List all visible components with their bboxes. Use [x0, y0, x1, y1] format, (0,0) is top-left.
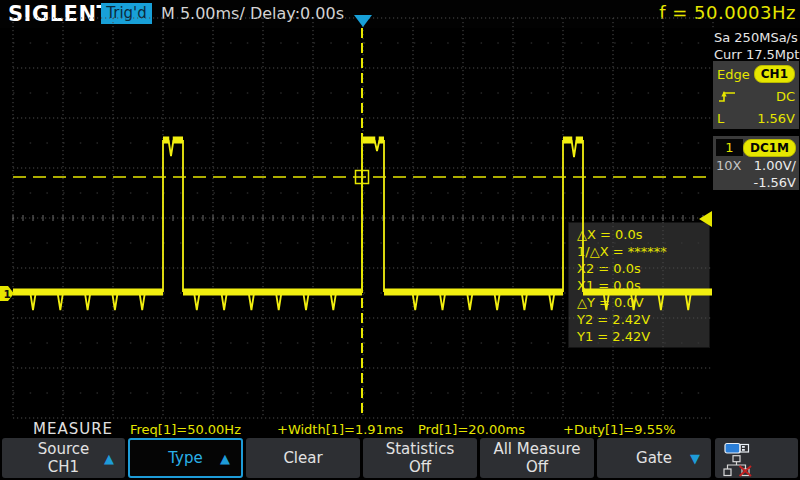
frequency-counter-readout: f = 50.0003Hz [659, 2, 796, 23]
probe-attenuation-label: 10X [716, 158, 741, 173]
channel-1-position-marker[interactable] [0, 286, 14, 301]
channel-info-panel[interactable]: 1 DC1M 10X 1.00V/ -1.56V [713, 136, 799, 190]
timebase-readout: M 5.00ms/ Delay:0.00s [161, 4, 344, 23]
memory-depth-readout: Curr 17.5Mpts [714, 47, 800, 62]
grid-lines [13, 18, 713, 418]
channel-number-badge: 1 [716, 139, 743, 156]
measure-bar: MEASURE Freq[1]=50.00Hz+Width[1]=1.91msP… [0, 420, 800, 437]
menu-button-label: StatisticsOff [386, 440, 455, 476]
trigger-info-panel[interactable]: Edge CH1 DC L 1.56V [713, 61, 799, 129]
cursor-intersection-marker[interactable] [356, 171, 369, 184]
menu-button-gate[interactable]: Gate▼ [597, 438, 711, 478]
lan-disconnected-icon [722, 455, 752, 477]
menu-button-label: Gate [636, 449, 672, 467]
menu-button-label: Clear [283, 449, 322, 467]
cursor-readout-line: Y2 = 2.42V [577, 311, 709, 328]
up-arrow-icon: ▲ [104, 451, 114, 466]
measurement-readout: Freq[1]=50.00Hz [130, 422, 241, 437]
menu-button-statistics[interactable]: StatisticsOff [363, 438, 477, 478]
measurement-readout: Prd[1]=20.00ms [418, 422, 525, 437]
rising-edge-icon [717, 89, 737, 104]
trigger-level-value: 1.56V [757, 111, 795, 126]
usb-icon [724, 441, 750, 456]
trigger-type-label: Edge [717, 67, 750, 82]
cursor-readout-line: X2 = 0.0s [577, 260, 709, 277]
measurement-readout: +Width[1]=1.91ms [277, 422, 403, 437]
grid-center-axis-ticks [13, 215, 713, 221]
soft-menu-bar: SourceCH1▲Type▲ClearStatisticsOffAll Mea… [0, 437, 800, 480]
menu-button-label: SourceCH1 [38, 440, 90, 476]
up-arrow-icon: ▲ [220, 451, 230, 466]
measure-title: MEASURE [33, 420, 113, 438]
top-status-bar: SIGLENT Trig'd M 5.00ms/ Delay:0.00s f =… [0, 0, 800, 28]
trigger-level-label: L [717, 111, 724, 126]
channel-offset-value: -1.56V [753, 175, 796, 190]
brand-logo: SIGLENT [8, 2, 111, 26]
channel-coupling-badge: DC1M [743, 139, 796, 157]
cursor-readout-line: 1/△X = ****** [577, 243, 709, 260]
channel-1-marker-label: 1 [4, 288, 11, 300]
cursor-readout-box: △X = 0.0s1/△X = ******X2 = 0.0sX1 = 0.0s… [568, 222, 710, 348]
menu-button-clear[interactable]: Clear [246, 438, 360, 478]
status-icon-panel [715, 438, 798, 478]
waveform-notch-gap [171, 136, 574, 144]
down-arrow-icon: ▼ [690, 451, 700, 466]
menu-button-label: All MeasureOff [493, 440, 580, 476]
menu-button-type[interactable]: Type▲ [128, 438, 243, 478]
trigger-status-badge: Trig'd [101, 3, 152, 24]
channel-scale-value: 1.00V/ [754, 158, 796, 173]
cursor-readout-line: X1 = 0.0s [577, 277, 709, 294]
menu-button-label: Type [168, 449, 202, 467]
right-sidebar: Sa 250MSa/s Curr 17.5Mpts Edge CH1 DC L … [712, 28, 800, 420]
oscilloscope-screen: { "topbar": { "logo": "SIGLENT", "trigge… [0, 0, 800, 480]
cursor-readout-line: Y1 = 2.42V [577, 328, 709, 345]
trigger-coupling-label: DC [776, 89, 795, 104]
menu-button-all-measure[interactable]: All MeasureOff [480, 438, 594, 478]
cursor-readout-line: △X = 0.0s [577, 226, 709, 243]
menu-button-source[interactable]: SourceCH1▲ [2, 438, 125, 478]
cursor-readout-line: △Y = 0.0V [577, 294, 709, 311]
sample-rate-readout: Sa 250MSa/s [714, 30, 798, 45]
measurement-readout: +Duty[1]=9.55% [563, 422, 676, 437]
trigger-source-badge: CH1 [754, 65, 795, 83]
